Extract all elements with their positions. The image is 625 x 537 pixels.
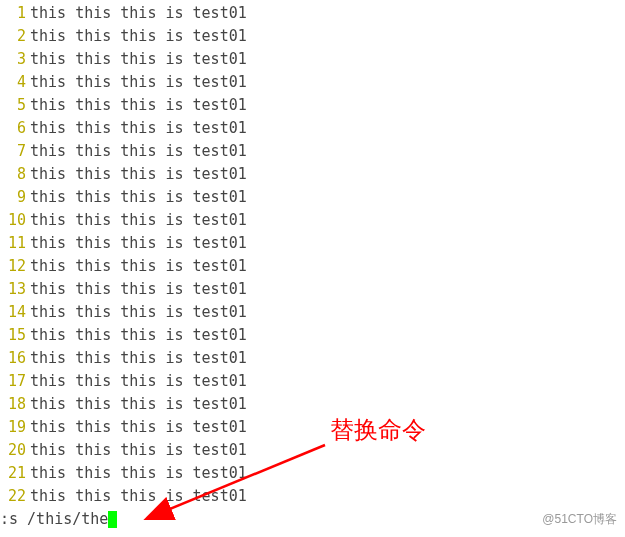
line-text: this this this is test01: [30, 117, 247, 140]
line-number: 20: [0, 439, 30, 462]
line-number: 17: [0, 370, 30, 393]
editor-line: 18 this this this is test01: [0, 393, 625, 416]
line-text: this this this is test01: [30, 255, 247, 278]
line-number: 4: [0, 71, 30, 94]
line-number: 14: [0, 301, 30, 324]
line-text: this this this is test01: [30, 393, 247, 416]
line-text: this this this is test01: [30, 232, 247, 255]
line-number: 8: [0, 163, 30, 186]
editor-line: 11 this this this is test01: [0, 232, 625, 255]
editor-line: 13 this this this is test01: [0, 278, 625, 301]
line-number: 2: [0, 25, 30, 48]
line-text: this this this is test01: [30, 163, 247, 186]
line-text: this this this is test01: [30, 370, 247, 393]
line-text: this this this is test01: [30, 462, 247, 485]
line-text: this this this is test01: [30, 301, 247, 324]
editor-line: 14 this this this is test01: [0, 301, 625, 324]
line-number: 19: [0, 416, 30, 439]
editor-line: 5 this this this is test01: [0, 94, 625, 117]
line-text: this this this is test01: [30, 485, 247, 508]
line-text: this this this is test01: [30, 209, 247, 232]
line-text: this this this is test01: [30, 324, 247, 347]
editor-line: 3 this this this is test01: [0, 48, 625, 71]
editor-line: 16 this this this is test01: [0, 347, 625, 370]
editor-line: 21 this this this is test01: [0, 462, 625, 485]
line-text: this this this is test01: [30, 278, 247, 301]
line-number: 6: [0, 117, 30, 140]
cursor: [108, 511, 117, 528]
editor-line: 2 this this this is test01: [0, 25, 625, 48]
line-number: 3: [0, 48, 30, 71]
editor-line: 20 this this this is test01: [0, 439, 625, 462]
editor-line: 6 this this this is test01: [0, 117, 625, 140]
editor-line: 8 this this this is test01: [0, 163, 625, 186]
line-number: 13: [0, 278, 30, 301]
editor-line: 9 this this this is test01: [0, 186, 625, 209]
line-text: this this this is test01: [30, 71, 247, 94]
line-number: 7: [0, 140, 30, 163]
line-text: this this this is test01: [30, 186, 247, 209]
line-number: 15: [0, 324, 30, 347]
editor-line: 15 this this this is test01: [0, 324, 625, 347]
editor-line: 10 this this this is test01: [0, 209, 625, 232]
line-number: 12: [0, 255, 30, 278]
line-number: 9: [0, 186, 30, 209]
editor-line: 4 this this this is test01: [0, 71, 625, 94]
editor-line: 22 this this this is test01: [0, 485, 625, 508]
line-number: 21: [0, 462, 30, 485]
line-text: this this this is test01: [30, 347, 247, 370]
line-text: this this this is test01: [30, 94, 247, 117]
editor-line: 7 this this this is test01: [0, 140, 625, 163]
command-text: :s /this/the: [0, 508, 108, 531]
editor-line: 17 this this this is test01: [0, 370, 625, 393]
line-text: this this this is test01: [30, 439, 247, 462]
line-text: this this this is test01: [30, 140, 247, 163]
line-number: 22: [0, 485, 30, 508]
line-number: 11: [0, 232, 30, 255]
line-number: 1: [0, 2, 30, 25]
line-text: this this this is test01: [30, 2, 247, 25]
editor-line: 19 this this this is test01: [0, 416, 625, 439]
line-number: 16: [0, 347, 30, 370]
line-text: this this this is test01: [30, 416, 247, 439]
line-text: this this this is test01: [30, 25, 247, 48]
editor-area[interactable]: 1 this this this is test012 this this th…: [0, 0, 625, 508]
editor-line: 12 this this this is test01: [0, 255, 625, 278]
editor-line: 1 this this this is test01: [0, 2, 625, 25]
line-number: 18: [0, 393, 30, 416]
line-number: 5: [0, 94, 30, 117]
line-text: this this this is test01: [30, 48, 247, 71]
line-number: 10: [0, 209, 30, 232]
command-line[interactable]: :s /this/the: [0, 508, 625, 531]
